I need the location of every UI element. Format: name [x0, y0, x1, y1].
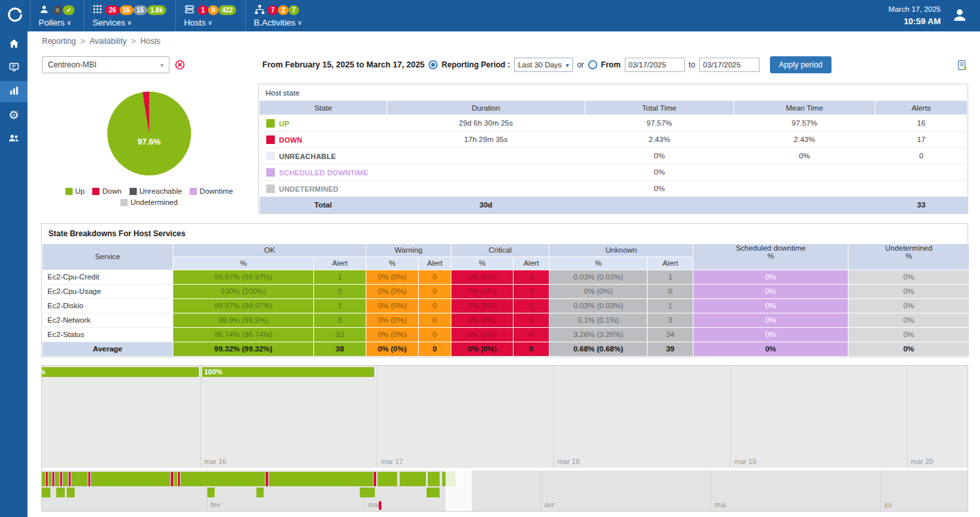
menu-pollers[interactable]: ≡✓ Pollers∨ — [30, 0, 84, 31]
service-name: Ec2-Diskio — [43, 298, 173, 313]
breakdown-title: State Breakdowns For Host Services — [42, 224, 968, 243]
chevron-down-icon: ∨ — [127, 19, 131, 26]
critical-alert-cell: 0 — [514, 313, 550, 327]
undetermined-pct-cell: 0% — [849, 270, 970, 284]
sidebar-item-configuration[interactable]: ⚙ — [0, 105, 27, 126]
breakdown-tbody: Ec2-Cpu-Credit99.97% (99.97%)10% (0%)00%… — [43, 270, 970, 356]
warning-pct-cell: 0% (0%) — [366, 313, 419, 327]
alerts-cell: 16 — [875, 115, 968, 132]
ok-alert-cell: 33 — [314, 327, 366, 342]
ok-alert-cell: 38 — [314, 342, 366, 356]
menu-hosts[interactable]: 10422 Hosts∨ — [175, 0, 245, 31]
scheduled-downtime-pct-cell: 0% — [693, 342, 849, 356]
sidebar-item-monitoring[interactable] — [0, 58, 27, 79]
breadcrumb-availability[interactable]: Availability — [90, 37, 126, 46]
host-state-total-row: Total30d33 — [260, 197, 968, 213]
breadcrumb-reporting[interactable]: Reporting — [42, 37, 76, 46]
col-mean-time: Mean Time — [733, 101, 875, 115]
service-name: Ec2-Cpu-Usage — [43, 284, 173, 298]
apply-period-button[interactable]: Apply period — [770, 56, 832, 73]
reporting-period-label: Reporting Period : — [442, 60, 510, 69]
unknown-alert-cell: 34 — [648, 327, 693, 342]
reporting-period-radio[interactable] — [429, 60, 438, 69]
undetermined-pct-cell: 0% — [849, 298, 970, 313]
legend-swatch — [92, 188, 99, 195]
services-badge: 15 — [133, 5, 147, 15]
day-gridline — [553, 366, 554, 468]
from-date-input[interactable] — [625, 58, 685, 72]
state-label: SCHEDULED DOWNTIME — [279, 169, 368, 177]
host-select[interactable]: Centreon-MBI ▾ — [42, 56, 169, 73]
col-ok-alert: Alert — [314, 257, 366, 270]
breadcrumb-hosts[interactable]: Hosts — [141, 37, 161, 46]
mini-status-segment — [174, 472, 177, 486]
state-label: UNDETERMINED — [279, 185, 339, 193]
clear-selection-icon[interactable] — [175, 60, 185, 70]
col-unknown-alert: Alert — [648, 257, 693, 270]
month-axis-label: avr — [544, 501, 554, 508]
breadcrumb-separator: > — [131, 37, 136, 46]
day-gridline — [377, 366, 377, 468]
mini-status-segment — [374, 472, 376, 486]
day-axis-label: mar 16 — [204, 457, 226, 465]
service-name: Ec2-Network — [43, 313, 173, 327]
period-select[interactable]: Last 30 Days ▾ — [514, 58, 573, 72]
mini-status-segment-row2 — [256, 488, 264, 497]
export-report-icon[interactable] — [957, 60, 968, 71]
mini-status-segment-row2 — [67, 488, 75, 497]
warning-pct-cell: 0% (0%) — [366, 270, 419, 284]
legend-swatch — [130, 188, 137, 195]
critical-pct-cell: 0% (0%) — [451, 284, 514, 298]
col-critical-alert: Alert — [514, 257, 550, 270]
menu-bactivities[interactable]: 727 B.Activities∨ — [245, 0, 311, 31]
mini-status-segment-row2 — [42, 488, 50, 497]
mini-status-segment — [48, 472, 52, 486]
uptime-bar: 100% — [202, 367, 374, 377]
mean-time-cell — [733, 164, 875, 181]
month-gridline — [881, 471, 881, 511]
ok-pct-cell: 96.74% (96.74%) — [173, 327, 314, 342]
ok-alert-cell: 1 — [314, 270, 366, 284]
mini-status-segment — [266, 472, 268, 486]
day-axis-label: mar 17 — [381, 457, 403, 465]
warning-alert-cell: 0 — [419, 313, 451, 327]
to-date-input[interactable] — [699, 58, 760, 72]
breakdown-row: Ec2-Diskio99.97% (99.97%)10% (0%)00% (0%… — [43, 298, 970, 313]
legend-label: Undetermined — [130, 197, 177, 208]
state-cell: UP — [260, 115, 387, 132]
duration-cell: 29d 6h 30m 25s — [387, 115, 585, 132]
uptime-bar-label: 100% — [42, 367, 45, 377]
sidebar-item-administration[interactable] — [0, 128, 27, 149]
mini-status-segment-row2 — [56, 488, 65, 497]
undetermined-pct-cell: 0% — [849, 327, 970, 342]
mini-status-segment — [55, 472, 60, 486]
legend-item-downtime: Downtime — [190, 186, 233, 197]
timeline-mini[interactable]: fevmaravrmaijui — [42, 469, 968, 511]
col-warning-alert: Alert — [419, 257, 451, 270]
sidebar-item-reporting[interactable] — [0, 81, 27, 102]
mini-status-segment — [46, 472, 48, 486]
timeline-selection-window[interactable] — [446, 471, 472, 511]
centreon-logo[interactable] — [0, 0, 30, 31]
menu-services[interactable]: 2616151.8k Services∨ — [84, 0, 175, 31]
scheduled-downtime-pct-cell: 0% — [693, 270, 849, 284]
total-time-cell: 0% — [585, 164, 733, 181]
unknown-pct-cell: 3.26% (3.26%) — [550, 327, 648, 342]
timeline-main[interactable]: mar 16mar 17mar 18mar 19mar 20100%100% — [42, 366, 968, 468]
custom-period-radio[interactable] — [588, 60, 597, 69]
mini-status-segment — [63, 472, 68, 486]
current-date-marker — [379, 501, 381, 510]
empty-cell — [585, 197, 733, 213]
col-state: State — [260, 101, 387, 115]
user-menu[interactable] — [951, 7, 968, 26]
state-color-swatch — [266, 119, 275, 128]
host-select-value: Centreon-MBI — [48, 60, 160, 69]
ok-pct-cell: 100% (100%) — [173, 284, 314, 298]
sidebar-item-home[interactable] — [0, 34, 27, 55]
services-badge: 1.8k — [147, 5, 166, 15]
ok-pct-cell: 99.32% (99.32%) — [173, 342, 314, 356]
mini-status-segment — [52, 472, 54, 486]
mini-status-segment — [400, 472, 426, 486]
poller-status-badges: ≡✓ — [52, 5, 75, 15]
ok-pct-cell: 99.97% (99.97%) — [173, 298, 314, 313]
